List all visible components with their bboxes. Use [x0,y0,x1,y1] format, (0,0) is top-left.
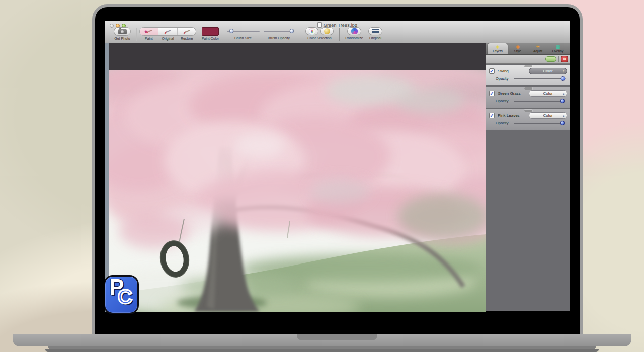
overlay-icon: ▦ [556,45,560,49]
original-brush-icon [163,29,173,34]
laptop-screen-bezel: Green Trees.jpg Get Photo [92,4,583,334]
opacity-label: Opacity [496,76,512,81]
color-wheel-button[interactable] [305,27,318,35]
toolbar-divider [339,28,340,41]
randomize-icon [351,28,358,34]
main-area: ◈ Layers ◉ Style ☀ Adjust ▦ Overlay [105,43,570,314]
tab-layers[interactable]: ◈ Layers [488,43,508,54]
drag-handle-icon[interactable] [524,87,532,90]
original-view-button[interactable] [368,27,382,35]
opacity-label: Opacity [496,121,512,125]
paint-mode-tool: Paint Original Restore [139,27,196,40]
brush-size-tool: Brush Size [225,27,261,40]
paint-color-swatch[interactable] [202,27,219,36]
layer-visibility-checkbox[interactable]: ✓ [489,68,495,74]
canvas-left-gutter [105,43,109,312]
pc-logo: P C [105,275,139,314]
tab-style[interactable]: ◉ Style [508,43,528,54]
app-toolbar: Green Trees.jpg Get Photo [105,21,570,43]
get-photo-tool: Get Photo [111,27,134,40]
color-orb-icon [324,28,330,34]
paint-mode-segmented-control [139,27,196,36]
randomize-tool: Randomize [345,27,363,40]
laptop-base [13,334,631,346]
tab-adjust[interactable]: ☀ Adjust [528,43,548,54]
original-mode-button[interactable] [158,28,177,35]
layer-opacity-slider[interactable] [514,101,564,102]
toolbar-divider [136,28,137,41]
side-panel: ◈ Layers ◉ Style ☀ Adjust ▦ Overlay [486,43,570,311]
restore-brush-icon [182,29,192,34]
layer-color-dropdown[interactable]: Color ↕ [529,90,567,97]
panel-toolbar-divider [558,56,559,62]
laptop-lid-notch [297,334,377,340]
layer-opacity-slider[interactable] [514,78,564,79]
brush-size-slider[interactable] [227,27,260,35]
logo-letter-c: C [118,286,132,308]
laptop-base-shadow [45,349,599,352]
brush-size-slider-thumb[interactable] [229,29,234,33]
paint-mode-button[interactable] [140,28,158,35]
panel-tabs: ◈ Layers ◉ Style ☀ Adjust ▦ Overlay [486,43,570,54]
adjust-icon: ☀ [536,45,540,49]
brush-opacity-tool: Brush Opacity [262,27,295,40]
layer-name: Swing [498,69,529,73]
canvas-top-gutter [109,43,486,70]
app-window: Green Trees.jpg Get Photo [105,21,570,314]
color-orb-button[interactable] [320,27,334,35]
restore-mode-button[interactable] [178,28,196,35]
paint-color-tool: Paint Color [199,27,221,40]
drag-handle-icon[interactable] [524,110,532,112]
layer-row-swing[interactable]: ✓ Swing Color ↕ Opacity [486,65,570,85]
layer-row-pink-leaves[interactable]: ✓ Pink Leaves Color ↕ Opacity [486,109,570,130]
layer-row-green-grass[interactable]: ✓ Green Grass Color ↕ Opacity [486,87,570,108]
layer-opacity-slider-thumb[interactable] [560,121,565,125]
add-layer-button[interactable] [545,56,556,62]
layer-visibility-checkbox[interactable]: ✓ [489,113,495,118]
original-view-tool: Original [366,27,384,40]
get-photo-button[interactable] [114,27,131,36]
layers-icon: ◈ [496,45,500,49]
updown-arrows-icon: ↕ [563,92,565,95]
camera-icon [118,29,127,34]
brush-opacity-slider[interactable] [264,27,294,35]
style-icon: ◉ [516,45,520,49]
color-selection-tool: Color Selection [305,27,334,40]
layers-panel-toolbar: × [486,54,570,64]
updown-arrows-icon: ↕ [563,69,565,73]
layer-color-dropdown[interactable]: Color ↕ [529,112,567,119]
tab-overlay[interactable]: ▦ Overlay [548,43,568,54]
layer-opacity-slider-thumb[interactable] [560,99,565,103]
layer-name: Pink Leaves [498,113,529,118]
layer-opacity-slider[interactable] [514,123,564,124]
paint-brush-icon [144,29,154,34]
brush-opacity-slider-thumb[interactable] [289,29,294,33]
updown-arrows-icon: ↕ [563,114,565,117]
layers-list: ✓ Swing Color ↕ Opacity [486,64,570,311]
lines-icon [372,29,379,33]
delete-layer-button[interactable]: × [561,56,568,62]
photo-canvas[interactable] [109,70,486,312]
drag-handle-icon[interactable] [524,65,532,67]
layer-visibility-checkbox[interactable]: ✓ [489,91,495,96]
randomize-button[interactable] [347,27,361,35]
layer-color-dropdown[interactable]: Color ↕ [529,68,567,74]
opacity-label: Opacity [496,99,512,103]
layer-opacity-slider-thumb[interactable] [561,76,566,81]
color-wheel-icon [309,28,315,35]
layer-name: Green Grass [498,91,529,96]
